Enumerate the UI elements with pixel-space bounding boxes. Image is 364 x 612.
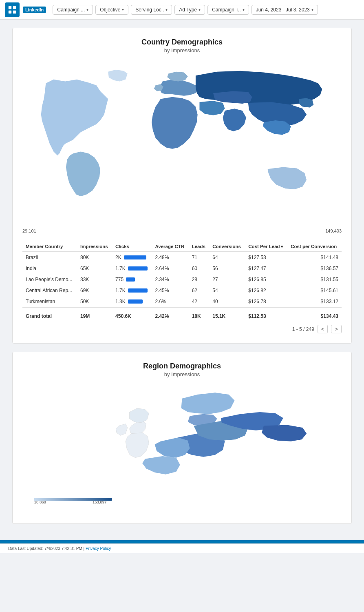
- filter-label-ad_type: Ad Type: [179, 7, 197, 13]
- row-4-col-7: $133.12: [287, 296, 342, 308]
- table-col-7: Cost per Conversion: [287, 242, 342, 252]
- table-col-5: Conversions: [209, 242, 245, 252]
- row-4-col-5: 40: [209, 296, 245, 308]
- row-2-col-1: 33K: [77, 274, 112, 285]
- filter-label-serving_loc: Serving Loc..: [135, 7, 164, 13]
- table-row: Lao People's Demo...33K7752.34%2827$126.…: [22, 274, 342, 285]
- caret-icon-date_range: ▾: [311, 7, 313, 12]
- filter-label-date_range: Jun 4, 2023 - Jul 3, 2023: [256, 7, 310, 13]
- filter-btn-campaign_t[interactable]: Campaign T..▾: [207, 5, 249, 15]
- region-section-subtitle: by Impressions: [22, 371, 342, 377]
- row-2-col-0: Lao People's Demo...: [22, 274, 77, 285]
- filter-btn-serving_loc[interactable]: Serving Loc..▾: [131, 5, 172, 15]
- row-4-col-4: 42: [189, 296, 210, 308]
- row-1-col-5: 56: [209, 263, 245, 274]
- filter-btn-ad_type[interactable]: Ad Type▾: [174, 5, 205, 15]
- row-3-col-1: 69K: [77, 285, 112, 296]
- filter-btn-objective[interactable]: Objective▾: [95, 5, 128, 15]
- privacy-policy-link[interactable]: Privacy Policy: [86, 546, 111, 551]
- table-row: India65K1.7K2.64%6056$127.47$136.57: [22, 263, 342, 274]
- filter-btn-campaign[interactable]: Campaign ...▾: [53, 5, 93, 15]
- footer-text: Data Last Updated: 7/4/2023 7:42:31 PM |…: [0, 543, 364, 553]
- row-1-col-0: India: [22, 263, 77, 274]
- row-0-col-2: 2K: [112, 252, 152, 263]
- row-2-col-4: 28: [189, 274, 210, 285]
- table-col-6[interactable]: Cost Per Lead: [245, 242, 287, 252]
- row-4-col-0: Turkmenistan: [22, 296, 77, 308]
- pagination: 1 - 5 / 249 < >: [22, 325, 342, 333]
- table-row: Brazil80K2K2.48%7164$127.53$141.48: [22, 252, 342, 263]
- row-2-col-2: 775: [112, 274, 152, 285]
- filter-label-campaign: Campaign ...: [57, 7, 85, 13]
- country-data-table: Member CountryImpressionsClicksAverage C…: [22, 242, 342, 322]
- table-col-2: Clicks: [112, 242, 152, 252]
- world-map: [22, 60, 342, 225]
- row-3-col-0: Central African Rep...: [22, 285, 77, 296]
- country-map-legend: 29,101 149,403: [22, 228, 342, 233]
- main-content: Country Demographics by Impressions: [0, 20, 364, 540]
- pagination-next[interactable]: >: [331, 325, 342, 333]
- row-2-col-3: 2.34%: [152, 274, 188, 285]
- grand-total-ctr: 2.42%: [152, 307, 188, 322]
- grand-total-cpl: $112.53: [245, 307, 287, 322]
- clicks-bar: [126, 277, 135, 282]
- row-4-col-6: $126.78: [245, 296, 287, 308]
- row-0-col-3: 2.48%: [152, 252, 188, 263]
- row-3-col-7: $145.61: [287, 285, 342, 296]
- row-0-col-6: $127.53: [245, 252, 287, 263]
- table-header: Member CountryImpressionsClicksAverage C…: [22, 242, 342, 252]
- region-section-title: Region Demographics: [22, 362, 342, 370]
- row-3-col-4: 62: [189, 285, 210, 296]
- row-1-col-7: $136.57: [287, 263, 342, 274]
- row-3-col-2: 1.7K: [112, 285, 152, 296]
- map-legend-min: 29,101: [22, 228, 36, 233]
- country-section-subtitle: by Impressions: [22, 47, 342, 53]
- grand-total-label: Grand total: [22, 307, 77, 322]
- country-section-title: Country Demographics: [22, 38, 342, 47]
- row-3-col-3: 2.45%: [152, 285, 188, 296]
- table-body: Brazil80K2K2.48%7164$127.53$141.48India6…: [22, 252, 342, 307]
- pagination-range: 1 - 5 / 249: [292, 326, 314, 332]
- linkedin-badge: LinkedIn: [23, 7, 46, 13]
- table-col-3: Average CTR: [152, 242, 188, 252]
- grand-total-impressions: 19M: [77, 307, 112, 322]
- map-legend-max: 149,403: [325, 228, 342, 233]
- region-map: 18,868 153,897: [22, 384, 342, 510]
- row-2-col-7: $131.55: [287, 274, 342, 285]
- filters-bar: Campaign ...▾Objective▾Serving Loc..▾Ad …: [53, 5, 318, 15]
- row-1-col-4: 60: [189, 263, 210, 274]
- filter-label-campaign_t: Campaign T..: [212, 7, 240, 13]
- clicks-bar: [128, 266, 148, 271]
- filter-label-objective: Objective: [100, 7, 120, 13]
- row-1-col-3: 2.64%: [152, 263, 188, 274]
- row-1-col-1: 65K: [77, 263, 112, 274]
- row-4-col-1: 50K: [77, 296, 112, 308]
- row-0-col-0: Brazil: [22, 252, 77, 263]
- row-2-col-6: $126.85: [245, 274, 287, 285]
- row-2-col-5: 27: [209, 274, 245, 285]
- row-0-col-1: 80K: [77, 252, 112, 263]
- table-col-4: Leads: [189, 242, 210, 252]
- region-demographics-card: Region Demographics by Impressions: [12, 352, 352, 524]
- grand-total-leads: 18K: [189, 307, 210, 322]
- clicks-bar: [128, 288, 148, 293]
- grand-total-cpc: $134.43: [287, 307, 342, 322]
- grand-total-clicks: 450.6K: [112, 307, 152, 322]
- svg-rect-3: [13, 10, 16, 13]
- footer-updated: Data Last Updated: 7/4/2023 7:42:31 PM |: [8, 546, 86, 551]
- caret-icon-campaign_t: ▾: [243, 7, 245, 12]
- row-1-col-2: 1.7K: [112, 263, 152, 274]
- row-1-col-6: $127.47: [245, 263, 287, 274]
- row-3-col-5: 54: [209, 285, 245, 296]
- pagination-prev[interactable]: <: [318, 325, 328, 333]
- svg-text:18,868: 18,868: [34, 500, 46, 505]
- svg-rect-1: [13, 6, 16, 9]
- row-0-col-4: 71: [189, 252, 210, 263]
- svg-rect-0: [9, 6, 11, 9]
- svg-rect-2: [9, 10, 11, 13]
- footer-bar: [0, 540, 364, 543]
- caret-icon-objective: ▾: [122, 7, 124, 12]
- svg-text:153,897: 153,897: [93, 500, 106, 505]
- grand-total-row: Grand total19M450.6K2.42%18K15.1K$112.53…: [22, 307, 342, 322]
- filter-btn-date_range[interactable]: Jun 4, 2023 - Jul 3, 2023▾: [251, 5, 318, 15]
